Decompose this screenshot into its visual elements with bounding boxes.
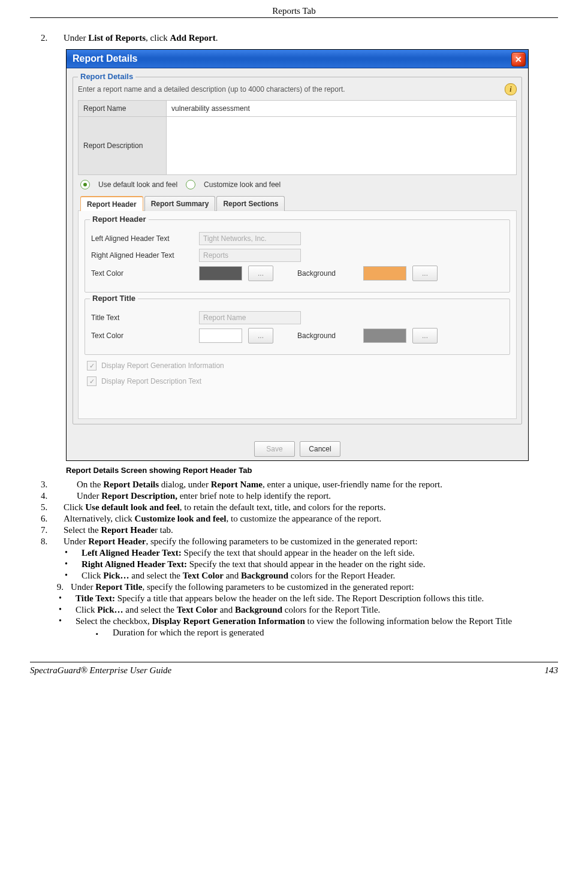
tab-report-summary[interactable]: Report Summary: [144, 196, 216, 211]
t: and select the: [129, 571, 183, 580]
hint-row: Enter a report name and a detailed descr…: [78, 83, 517, 95]
bullet-icon: •: [59, 616, 76, 626]
hint-text: Enter a report name and a detailed descr…: [78, 85, 505, 94]
window-titlebar[interactable]: Report Details ✕: [67, 50, 528, 68]
footer-page-number: 143: [545, 665, 559, 676]
cancel-button[interactable]: Cancel: [300, 441, 340, 457]
step-text: Click Use default look and feel, to reta…: [64, 502, 558, 513]
square-text: Duration for which the report is generat…: [113, 628, 264, 638]
close-button[interactable]: ✕: [511, 52, 526, 67]
report-description-label: Report Description: [78, 117, 167, 175]
title-textcolor-pick[interactable]: ...: [248, 328, 273, 343]
report-name-row: Report Name: [78, 100, 517, 117]
b: Background: [241, 571, 288, 580]
b: Use default look and feel: [85, 502, 180, 512]
title-text-input[interactable]: Report Name: [199, 311, 301, 324]
figure-caption: Report Details Screen showing Report Hea…: [66, 466, 558, 475]
step8-bullets: • Left Aligned Header Text: Specify the …: [65, 548, 558, 581]
t: On the: [77, 480, 103, 489]
t: Click: [64, 502, 85, 512]
bullet-icon: •: [59, 593, 76, 604]
step-text: Under Report Title, specify the followin…: [71, 582, 558, 592]
step-9: 9. Under Report Title, specify the follo…: [36, 582, 558, 592]
window-title: Report Details: [73, 53, 137, 64]
bullet-text: Click Pick… and select the Text Color an…: [82, 571, 558, 581]
b: Report Details: [103, 480, 159, 489]
t: Alternatively, click: [64, 514, 135, 523]
bullet-icon: •: [65, 548, 82, 558]
right-header-label: Right Aligned Header Text: [91, 251, 193, 260]
step-number: 7.: [41, 525, 64, 535]
b: Report Heade: [101, 525, 155, 535]
info-icon[interactable]: i: [505, 83, 517, 95]
step-8: 8. Under Report Header, specify the foll…: [41, 537, 558, 547]
t: Specify the text that should appear in t…: [187, 559, 425, 569]
t: Click: [76, 605, 97, 614]
b: Pick…: [103, 571, 129, 580]
left-header-input[interactable]: Tight Networks, Inc.: [199, 232, 301, 245]
b: Background: [235, 605, 282, 614]
close-icon: ✕: [515, 55, 522, 64]
t: , to retain the default text, title, and…: [180, 502, 386, 512]
chk-description-box[interactable]: ✓: [87, 376, 97, 386]
b: Pick…: [97, 605, 123, 614]
step-7: 7. Select the Report Header tab.: [41, 525, 558, 535]
left-header-text-row: Left Aligned Header Text Tight Networks,…: [91, 232, 503, 245]
bullet-text: Title Text: Specify a title that appears…: [76, 593, 558, 604]
tab-panel-header: Report Header Left Aligned Header Text T…: [78, 210, 517, 419]
header-textcolor-swatch: [199, 266, 242, 281]
t: Specify the text that should appear in t…: [182, 548, 415, 558]
text: .: [216, 33, 218, 43]
b: Customize look and feel: [135, 514, 227, 523]
right-header-input[interactable]: Reports: [199, 249, 301, 262]
radio-custom-look[interactable]: [186, 180, 195, 189]
chk-generation-info: ✓ Display Report Generation Information: [87, 361, 510, 370]
tab-report-header[interactable]: Report Header: [80, 196, 143, 211]
t: and: [224, 571, 241, 580]
footer-left: SpectraGuard® Enterprise User Guide: [30, 665, 171, 676]
t: dialog, under: [159, 480, 211, 489]
chk-generation-box[interactable]: ✓: [87, 361, 97, 370]
b: Right Aligned Header Text:: [82, 559, 187, 569]
title-colors-row: Text Color ... Background ...: [91, 328, 503, 343]
b: Report Header: [88, 537, 146, 546]
radio-default-look[interactable]: [80, 180, 90, 189]
title-bg-swatch: [363, 329, 406, 343]
step-text: Alternatively, click Customize look and …: [64, 514, 558, 524]
step-2: 2. Under List of Reports, click Add Repo…: [41, 33, 558, 43]
step-3: 3. On the Report Details dialog, under R…: [41, 480, 558, 490]
chk-generation-label: Display Report Generation Information: [101, 361, 224, 370]
report-description-input[interactable]: [167, 117, 516, 160]
bullet: • Right Aligned Header Text: Specify the…: [65, 559, 558, 569]
step-5: 5. Click Use default look and feel, to r…: [41, 502, 558, 513]
report-details-group: Report Details Enter a report name and a…: [73, 77, 522, 424]
step-text: Under Report Description, enter brief no…: [77, 491, 558, 501]
bullet-text: Click Pick… and select the Text Color an…: [76, 605, 558, 615]
group-legend: Report Details: [78, 72, 135, 81]
title-text-row: Title Text Report Name: [91, 311, 503, 324]
t: , specify the following parameters to be…: [142, 582, 414, 592]
header-bg-label: Background: [297, 269, 357, 278]
title-bg-pick[interactable]: ...: [412, 328, 438, 343]
step-4: 4. Under Report Description, enter brief…: [41, 491, 558, 501]
t: , to customize the appearance of the rep…: [227, 514, 382, 523]
header-bg-swatch: [363, 266, 406, 281]
save-button[interactable]: Save: [254, 441, 295, 457]
report-name-input[interactable]: [167, 101, 516, 116]
step-number: 4.: [41, 491, 77, 501]
square-icon: ▪: [96, 628, 113, 638]
bullet-text: Left Aligned Header Text: Specify the te…: [82, 548, 558, 558]
bullet-text: Select the checkbox, Display Report Gene…: [76, 616, 558, 626]
tab-report-sections[interactable]: Report Sections: [216, 196, 285, 211]
b: Text Color: [177, 605, 218, 614]
right-header-text-row: Right Aligned Header Text Reports: [91, 249, 503, 262]
b: Report Description,: [101, 491, 177, 501]
header-textcolor-pick[interactable]: ...: [248, 266, 273, 281]
radio-custom-label: Customize look and feel: [204, 180, 281, 189]
bullet: • Left Aligned Header Text: Specify the …: [65, 548, 558, 558]
header-bg-pick[interactable]: ...: [412, 266, 438, 281]
look-feel-radios: Use default look and feel Customize look…: [78, 175, 517, 192]
title-text-label: Title Text: [91, 314, 193, 322]
report-description-row: Report Description: [78, 117, 517, 175]
step-number: 6.: [41, 514, 64, 524]
